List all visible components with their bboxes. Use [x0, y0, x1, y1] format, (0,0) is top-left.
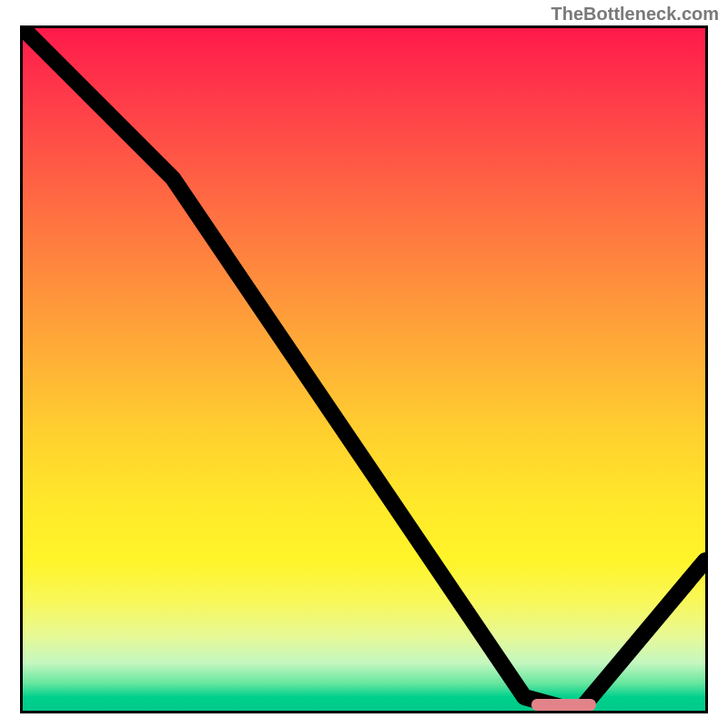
bottleneck-curve	[23, 28, 705, 711]
optimal-zone-marker	[531, 699, 596, 711]
watermark-text: TheBottleneck.com	[551, 4, 719, 25]
chart-frame	[20, 25, 708, 713]
bottleneck-curve-path	[23, 28, 705, 707]
